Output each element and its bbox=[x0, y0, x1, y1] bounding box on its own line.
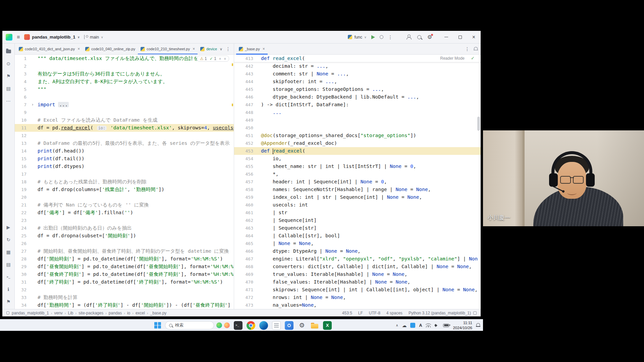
code-text: # DataFrame の最初の5行、最後の5行を表示。また、各 series … bbox=[35, 139, 229, 147]
code-line: 6 bbox=[15, 93, 234, 101]
inspections-widget[interactable]: ⚠ 1 ✓ 1 ∧ ∨ bbox=[197, 56, 229, 62]
onedrive-icon[interactable]: ☁ bbox=[402, 323, 407, 328]
editor-split-divider[interactable] bbox=[234, 44, 234, 309]
search-everywhere-icon[interactable] bbox=[417, 35, 421, 39]
tray-overflow-chevron-icon[interactable]: ∧ bbox=[396, 323, 398, 327]
close-icon[interactable]: × bbox=[263, 47, 265, 51]
taskbar-clock[interactable]: 11:11 2024/10/26 bbox=[453, 320, 472, 330]
left-editor-pane[interactable]: 1""" data/timeseet.xlsx ファイルを読み込んで、勤務時間の… bbox=[15, 55, 234, 309]
main-menu-icon[interactable]: ≡ bbox=[15, 34, 21, 40]
line-number: 15 bbox=[15, 155, 30, 163]
line-number: 469 bbox=[234, 270, 257, 278]
close-icon[interactable]: × bbox=[77, 47, 80, 51]
more-tools-icon[interactable]: ⋯ bbox=[3, 96, 13, 106]
notifications-bell-icon[interactable] bbox=[474, 47, 478, 51]
excel-icon[interactable] bbox=[323, 321, 332, 330]
tab-code10_210_timesheet.py[interactable]: code10_210_timesheet.py× bbox=[138, 44, 198, 54]
code-line: 463 | Sequence[str] bbox=[234, 224, 481, 232]
run-configuration-selector[interactable]: func ∨ bbox=[348, 35, 366, 40]
terminal-app-icon[interactable] bbox=[234, 321, 243, 330]
close-icon[interactable]: × bbox=[193, 47, 195, 51]
code-text: df['昼食開始時刻'] = pd.to_datetime(df['昼食開始時刻… bbox=[35, 263, 234, 270]
breadcrumb-item[interactable]: Lib bbox=[68, 311, 73, 315]
chevron-down-icon[interactable]: ∨ bbox=[220, 47, 222, 51]
services-icon[interactable]: ↻ bbox=[3, 235, 13, 245]
python-console-icon[interactable]: ▦ bbox=[3, 247, 13, 257]
terminal-icon[interactable]: >_ bbox=[3, 272, 13, 282]
project-widget-icon[interactable] bbox=[6, 311, 9, 314]
scrollbar-thumb[interactable] bbox=[477, 117, 480, 131]
editor-layout-icon[interactable] bbox=[473, 311, 477, 315]
line-number: 468 bbox=[234, 263, 257, 270]
problems-icon[interactable]: ℹ bbox=[3, 284, 13, 294]
reader-mode-label[interactable]: Reader Mode bbox=[440, 56, 465, 61]
maximize-button[interactable] bbox=[453, 31, 467, 44]
line-number: 460 bbox=[234, 201, 257, 209]
breadcrumb-item[interactable]: excel bbox=[136, 311, 145, 315]
settings-gear-icon[interactable]: ⚙ bbox=[298, 321, 306, 330]
project-icon[interactable] bbox=[3, 46, 13, 56]
packages-icon[interactable]: ▤ bbox=[3, 259, 13, 269]
close-button[interactable]: × bbox=[467, 31, 481, 44]
run-tool-icon[interactable]: ▶ bbox=[3, 222, 13, 232]
next-problem-icon[interactable]: ∨ bbox=[224, 57, 226, 60]
code-line: 19df = df.drop(columns=['残業合計', '勤務時間']) bbox=[15, 186, 234, 193]
search-highlight-icon[interactable] bbox=[216, 322, 222, 328]
error-stripe-mark[interactable] bbox=[232, 104, 233, 106]
fold-marker bbox=[30, 270, 35, 278]
windows-security-icon[interactable] bbox=[410, 323, 415, 328]
inspections-ok-icon[interactable]: ✓ bbox=[471, 56, 475, 61]
tab-code10_410_dict_and_json.py[interactable]: code10_410_dict_and_json.py× bbox=[16, 44, 83, 54]
status-item[interactable]: 4 spaces bbox=[386, 311, 402, 315]
code-line: 30df['昼食終了時刻'] = pd.to_datetime(df['昼食終了… bbox=[15, 270, 234, 278]
breadcrumb-item[interactable]: pandas bbox=[109, 311, 122, 315]
minimize-button[interactable] bbox=[439, 31, 453, 44]
code-line: 443 comment: str | None = ..., bbox=[234, 70, 481, 78]
breadcrumb-item[interactable]: io bbox=[127, 311, 130, 315]
debug-button[interactable] bbox=[380, 35, 383, 39]
breadcrumb-item[interactable]: site-packages bbox=[78, 311, 103, 315]
battery-icon[interactable] bbox=[443, 324, 449, 327]
code-text: """ data/timeseet.xlsx ファイルを読み込んで、勤務時間の合… bbox=[35, 55, 199, 62]
photos-icon[interactable] bbox=[285, 321, 293, 330]
structure-icon[interactable]: ▤ bbox=[3, 83, 13, 94]
more-icon[interactable]: ⋮ bbox=[226, 46, 230, 52]
todo-icon[interactable]: ⚑ bbox=[3, 297, 13, 307]
right-editor-pane[interactable]: 413def read_excel( Reader Mode ✓ 442 dec… bbox=[234, 55, 481, 309]
breadcrumb-item[interactable]: _base.py bbox=[150, 311, 167, 315]
git-branch-selector[interactable]: main ∨ bbox=[84, 35, 103, 40]
line-number: 445 bbox=[234, 85, 257, 93]
volume-icon[interactable] bbox=[435, 323, 439, 327]
status-item[interactable]: 453:5 bbox=[342, 311, 352, 315]
fold-marker bbox=[30, 263, 35, 270]
rewards-icon[interactable] bbox=[224, 322, 230, 328]
run-button[interactable] bbox=[371, 35, 375, 39]
notification-center-bell-icon[interactable] bbox=[476, 323, 480, 327]
breadcrumb-item[interactable]: venv bbox=[54, 311, 62, 315]
project-selector[interactable]: pandas_matplotlib_1 ∨ bbox=[24, 34, 80, 40]
taskbar-search-input[interactable]: 検索 bbox=[165, 321, 214, 329]
edge-icon[interactable] bbox=[259, 321, 268, 330]
code-text: print(df.dtypes) bbox=[35, 163, 85, 170]
breadcrumb-item[interactable]: pandas_matplotlib_1 bbox=[12, 311, 49, 315]
pycharm-logo-icon bbox=[6, 34, 12, 41]
more-run-options-icon[interactable]: ⋮ bbox=[388, 35, 393, 40]
bookmarks-icon[interactable]: ⚑ bbox=[3, 71, 13, 81]
tab-code10_040_online_zip.py[interactable]: code10_040_online_zip.py bbox=[83, 44, 138, 54]
more-icon[interactable]: ⋮ bbox=[465, 46, 470, 52]
status-item[interactable]: UTF-8 bbox=[369, 311, 380, 315]
error-stripe-mark[interactable] bbox=[232, 63, 233, 66]
settings-gear-icon[interactable]: ⚙ bbox=[427, 35, 432, 40]
status-item[interactable]: Python 3.12 (pandas_matplotlib_1) bbox=[409, 311, 471, 315]
code-with-me-icon[interactable] bbox=[406, 35, 411, 40]
ime-language-indicator[interactable]: A bbox=[419, 323, 422, 328]
tab-_base.py[interactable]: _base.py× bbox=[236, 44, 268, 54]
file-explorer-icon[interactable] bbox=[310, 321, 319, 330]
start-button[interactable] bbox=[154, 322, 161, 329]
prev-problem-icon[interactable]: ∧ bbox=[219, 57, 221, 60]
wifi-icon[interactable] bbox=[426, 323, 431, 327]
chrome-icon[interactable] bbox=[247, 321, 255, 330]
commit-icon[interactable]: ⊙ bbox=[3, 59, 13, 69]
notepad-icon[interactable] bbox=[272, 321, 281, 330]
status-item[interactable]: LF bbox=[358, 311, 363, 315]
